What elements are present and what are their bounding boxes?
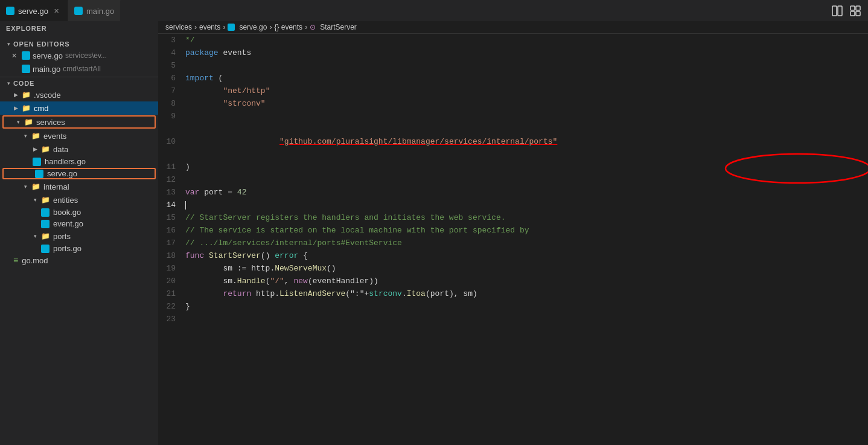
code-line-4: 4 package events — [158, 46, 868, 59]
line-num-23: 23 — [158, 313, 185, 325]
tab-label-serve-go: serve.go — [18, 7, 48, 16]
line-content-7: "net/http" — [185, 85, 868, 97]
code-line-9: 9 — [158, 110, 868, 123]
serve-go-icon — [22, 51, 30, 60]
breadcrumb-start-server[interactable]: StartServer — [320, 23, 357, 31]
sidebar-item-serve-go[interactable]: serve.go — [2, 168, 156, 179]
line-num-7: 7 — [158, 85, 185, 97]
cmd-folder-icon: 📁 — [21, 103, 31, 114]
sidebar-item-entities[interactable]: ▾ 📁 entities — [0, 193, 158, 206]
line-content-22: } — [185, 300, 868, 313]
line-content-11: ) — [185, 161, 868, 173]
sidebar-item-ports[interactable]: ▾ 📁 ports — [0, 229, 158, 243]
code-area: 3 */ 4 package events 5 6 import ( — [158, 34, 868, 325]
handlers-go-label: handlers.go — [45, 157, 86, 166]
explorer-header: EXPLORER — [0, 21, 158, 36]
sidebar-item-event-go[interactable]: event.go — [0, 218, 158, 229]
open-editors-header[interactable]: ▾ OPEN EDITORS — [0, 39, 158, 49]
main-go-icon — [22, 65, 30, 73]
svg-rect-3 — [856, 6, 860, 10]
data-arrow: ▶ — [30, 146, 40, 152]
svg-rect-0 — [832, 6, 837, 16]
line-num-6: 6 — [158, 72, 185, 85]
book-go-label: book.go — [53, 208, 81, 217]
sidebar-item-cmd[interactable]: ▶ 📁 cmd — [0, 101, 158, 115]
line-content-23 — [185, 313, 868, 325]
code-line-3: 3 */ — [158, 34, 868, 46]
code-line-6: 6 import ( — [158, 72, 868, 85]
breadcrumb-file-icon — [228, 24, 235, 31]
line-content-5 — [185, 59, 868, 72]
line-num-3: 3 — [158, 34, 185, 46]
tab-list: serve.go ✕ main.go — [0, 0, 121, 21]
line-num-20: 20 — [158, 275, 185, 287]
ports-label: ports — [53, 232, 71, 241]
code-section-header[interactable]: ▾ CODE — [0, 78, 158, 88]
cmd-label: cmd — [34, 104, 49, 113]
line-num-5: 5 — [158, 59, 185, 72]
sidebar-item-services[interactable]: ▾ 📁 services — [2, 115, 156, 129]
line-num-4: 4 — [158, 46, 185, 59]
line-content-4: package events — [185, 46, 868, 59]
main-go-label: main.go — [33, 65, 60, 74]
services-label: services — [36, 118, 65, 127]
tab-bar-actions — [831, 4, 868, 18]
tab-icon-serve-go — [6, 7, 14, 15]
sidebar-item-ports-go[interactable]: ports.go — [0, 243, 158, 254]
tab-main-go[interactable]: main.go — [68, 0, 121, 21]
line-content-20: sm.Handle("/", new(eventHandler)) — [185, 275, 868, 287]
close-icon-serve[interactable]: ✕ — [8, 50, 19, 61]
code-line-23: 23 — [158, 313, 868, 325]
sidebar-item-internal[interactable]: ▾ 📁 internal — [0, 180, 158, 193]
cmd-arrow: ▶ — [11, 105, 21, 111]
breadcrumb-events-braces[interactable]: {} events — [274, 23, 302, 31]
ports-go-icon — [41, 245, 49, 253]
ports-arrow: ▾ — [30, 233, 40, 239]
split-editor-button[interactable] — [831, 4, 844, 18]
vscode-arrow: ▶ — [11, 92, 21, 98]
entities-arrow: ▾ — [30, 197, 40, 203]
line-num-15: 15 — [158, 211, 185, 224]
vscode-folder-icon: 📁 — [21, 89, 31, 100]
code-editor[interactable]: 3 */ 4 package events 5 6 import ( — [158, 34, 868, 445]
open-editor-main-go[interactable]: main.go cmd\startAll — [0, 62, 158, 75]
code-line-21: 21 return http.ListenAndServe(":"+strcon… — [158, 287, 868, 300]
sidebar-item-vscode[interactable]: ▶ 📁 .vscode — [0, 88, 158, 101]
open-editor-serve-go[interactable]: ✕ serve.go services\ev... — [0, 49, 158, 62]
text-cursor — [185, 201, 186, 210]
code-line-20: 20 sm.Handle("/", new(eventHandler)) — [158, 275, 868, 287]
go-mod-label: go.mod — [22, 256, 48, 265]
events-arrow: ▾ — [21, 133, 30, 139]
code-line-16: 16 // The service is started on the loca… — [158, 224, 868, 237]
serve-go-label: serve.go — [33, 51, 63, 60]
line-content-13: var port = 42 — [185, 186, 868, 199]
breadcrumb-bar: services › events › serve.go › {} events… — [158, 21, 868, 34]
line-num-13: 13 — [158, 186, 185, 199]
code-line-8: 8 "strconv" — [158, 97, 868, 110]
main-layout: EXPLORER ▾ OPEN EDITORS ✕ serve.go servi… — [0, 21, 868, 445]
events-label: events — [43, 132, 66, 141]
sidebar-item-go-mod[interactable]: ≡ go.mod — [0, 254, 158, 266]
breadcrumb-events[interactable]: events — [199, 23, 220, 31]
sidebar-item-events[interactable]: ▾ 📁 events — [0, 129, 158, 142]
sidebar-item-data[interactable]: ▶ 📁 data — [0, 142, 158, 156]
internal-label: internal — [43, 182, 69, 191]
line-content-9 — [185, 110, 868, 123]
tab-close-serve-go[interactable]: ✕ — [52, 6, 62, 16]
line-num-19: 19 — [158, 262, 185, 275]
line-num-22: 22 — [158, 300, 185, 313]
layout-button[interactable] — [849, 4, 862, 18]
code-arrow: ▾ — [4, 80, 13, 86]
tab-serve-go[interactable]: serve.go ✕ — [0, 0, 68, 21]
line-content-14 — [185, 199, 868, 211]
vscode-label: .vscode — [34, 91, 61, 100]
data-folder-icon: 📁 — [40, 144, 51, 155]
breadcrumb-serve-go[interactable]: serve.go — [239, 23, 267, 31]
sidebar-item-handlers-go[interactable]: handlers.go — [0, 156, 158, 167]
code-line-10: 10 "github.com/pluralsight/libmanager/se… — [158, 123, 868, 161]
open-editors-arrow: ▾ — [4, 41, 13, 47]
breadcrumb-services[interactable]: services — [165, 23, 192, 31]
line-num-10: 10 — [158, 123, 185, 161]
sidebar-item-book-go[interactable]: book.go — [0, 206, 158, 218]
editor-panel: services › events › serve.go › {} events… — [158, 21, 868, 445]
